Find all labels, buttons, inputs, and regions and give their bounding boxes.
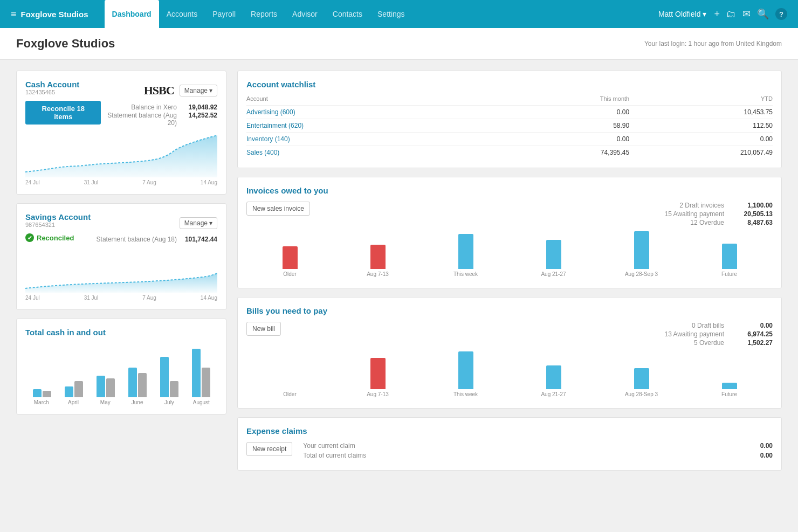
cash-bar-label: March	[25, 399, 57, 405]
savings-manage-dropdown-icon: ▾	[209, 219, 212, 227]
watchlist-account: Sales (400)	[246, 146, 499, 160]
watchlist-this-month: 0.00	[499, 133, 629, 146]
nav-contacts[interactable]: Contacts	[325, 0, 370, 28]
brand-name: Foxglove Studios	[21, 10, 88, 19]
bar-label: Aug 21-27	[541, 271, 566, 277]
watchlist-row: Advertising (600) 0.00 10,453.75	[246, 106, 773, 119]
bar-group: Aug 28-Sep 3	[600, 368, 683, 397]
add-icon[interactable]: +	[714, 9, 720, 20]
total-claims-value: 0.00	[760, 452, 773, 459]
bills-stats: 0 Draft bills0.0013 Awaiting payment6,97…	[292, 322, 773, 348]
user-name: Matt Oldfield	[658, 10, 701, 18]
invoice-stat-row: 2 Draft invoices1,100.00	[321, 202, 773, 209]
hsbc-logo: HSBC	[144, 84, 174, 98]
help-icon[interactable]: ?	[775, 8, 787, 20]
hamburger-icon[interactable]: ≡	[11, 9, 17, 20]
cash-label-4: 14 Aug	[201, 179, 217, 185]
watchlist-row: Sales (400) 74,395.45 210,057.49	[246, 146, 773, 160]
nav-reports[interactable]: Reports	[243, 0, 285, 28]
bar-group: Future	[688, 383, 771, 397]
cash-account-number: 132435465	[25, 89, 79, 95]
cash-bar-group	[33, 389, 51, 397]
bar	[722, 383, 737, 389]
bill-stat-value: 1,502.27	[735, 339, 773, 347]
invoices-card: Invoices owed to you New sales invoice 2…	[237, 177, 782, 288]
bar-label: Future	[721, 271, 737, 277]
cash-bar-blue	[192, 349, 201, 397]
watchlist-this-month: 74,395.45	[499, 146, 629, 160]
right-column: Account watchlist Account This month YTD…	[237, 71, 782, 471]
savings-manage-button[interactable]: Manage ▾	[180, 217, 217, 229]
cash-bar-wrapper	[91, 376, 120, 397]
bill-stat-value: 0.00	[735, 322, 773, 329]
watchlist-row: Entertainment (620) 58.90 112.50	[246, 119, 773, 133]
user-menu[interactable]: Matt Oldfield ▾	[658, 10, 707, 18]
bar-group: Future	[688, 244, 771, 277]
cash-manage-button[interactable]: Manage ▾	[180, 85, 217, 96]
cash-label-2: 31 Jul	[84, 179, 99, 185]
bar-label: Aug 28-Sep 3	[625, 391, 658, 397]
invoice-stat-value: 8,487.63	[735, 219, 773, 226]
total-cash-title: Total cash in and out	[25, 328, 217, 337]
watchlist-ytd: 112.50	[629, 119, 773, 133]
bill-stat-row: 13 Awaiting payment6,974.25	[292, 330, 773, 338]
total-cash-chart	[25, 343, 217, 397]
cash-label-3: 7 Aug	[142, 179, 156, 185]
watchlist-row: Inventory (140) 0.00 0.00	[246, 133, 773, 146]
bar-group: Aug 21-27	[512, 240, 595, 277]
savings-chart-labels: 24 Jul 31 Jul 7 Aug 14 Aug	[25, 295, 217, 301]
bar-group: Aug 28-Sep 3	[600, 231, 683, 277]
savings-account-name-group: Savings Account 987654321	[25, 212, 91, 233]
col-account: Account	[246, 95, 499, 106]
invoice-stat-row: 15 Awaiting payment20,505.13	[321, 210, 773, 218]
cash-bar-wrapper	[155, 357, 183, 397]
cash-bar-blue	[160, 357, 169, 397]
total-claims-row: Total of current claims 0.00	[303, 452, 773, 459]
nav-payroll[interactable]: Payroll	[205, 0, 243, 28]
bar-group: Aug 7-13	[336, 358, 419, 397]
savings-account-top: Savings Account 987654321 Manage ▾	[25, 212, 217, 233]
bar	[458, 234, 473, 269]
page-header: Foxglove Studios Your last login: 1 hour…	[0, 28, 798, 60]
new-receipt-button[interactable]: New receipt	[246, 442, 292, 456]
email-icon[interactable]: ✉	[742, 8, 751, 20]
left-column: Cash Account 132435465 HSBC Manage ▾ Rec…	[16, 71, 226, 471]
nav-dashboard[interactable]: Dashboard	[105, 0, 159, 28]
expenses-content: New receipt Your current claim 0.00 Tota…	[246, 442, 773, 461]
cash-bar-blue	[128, 368, 137, 397]
new-bill-button[interactable]: New bill	[246, 322, 281, 336]
nav-settings[interactable]: Settings	[370, 0, 412, 28]
bar-group: Aug 7-13	[336, 245, 419, 277]
cash-bar-gray	[202, 368, 210, 397]
cash-bar-wrapper	[59, 381, 88, 397]
watchlist-account: Entertainment (620)	[246, 119, 499, 133]
watchlist-account: Inventory (140)	[246, 133, 499, 146]
folder-icon[interactable]: 🗂	[726, 9, 736, 20]
savings-balance-section: Statement balance (Aug 18) 101,742.44	[97, 236, 217, 244]
bar-label: Older	[283, 271, 296, 277]
nav-accounts[interactable]: Accounts	[159, 0, 205, 28]
reconcile-button[interactable]: Reconcile 18 items	[25, 101, 101, 125]
cash-reconcile-row: Reconcile 18 items Balance in Xero 19,04…	[25, 101, 217, 130]
bar	[370, 245, 386, 269]
search-icon[interactable]: 🔍	[757, 8, 769, 20]
expenses-stats: Your current claim 0.00 Total of current…	[303, 442, 773, 461]
cash-balance-section: Balance in Xero 19,048.92 Statement bala…	[101, 103, 217, 127]
bar-label: This week	[453, 391, 478, 397]
brand: ≡ Foxglove Studios	[11, 9, 88, 20]
bar-label: Aug 7-13	[367, 271, 389, 277]
invoice-stat-row: 12 Overdue8,487.63	[321, 219, 773, 226]
cash-bar-wrapper	[27, 389, 56, 397]
savings-label-3: 7 Aug	[142, 295, 156, 301]
last-login: Your last login: 1 hour ago from United …	[644, 40, 782, 47]
new-sales-invoice-button[interactable]: New sales invoice	[246, 202, 310, 216]
statement-balance-value: 14,252.52	[182, 112, 217, 127]
savings-status-row: Reconciled Statement balance (Aug 18) 10…	[25, 233, 217, 245]
savings-label-2: 31 Jul	[84, 295, 99, 301]
nav-advisor[interactable]: Advisor	[285, 0, 325, 28]
balance-in-xero-label: Balance in Xero	[131, 103, 177, 111]
nav-left: ≡ Foxglove Studios Dashboard Accounts Pa…	[11, 0, 412, 28]
bar	[370, 358, 386, 389]
cash-bar-blue	[65, 386, 73, 397]
bar	[546, 365, 561, 389]
